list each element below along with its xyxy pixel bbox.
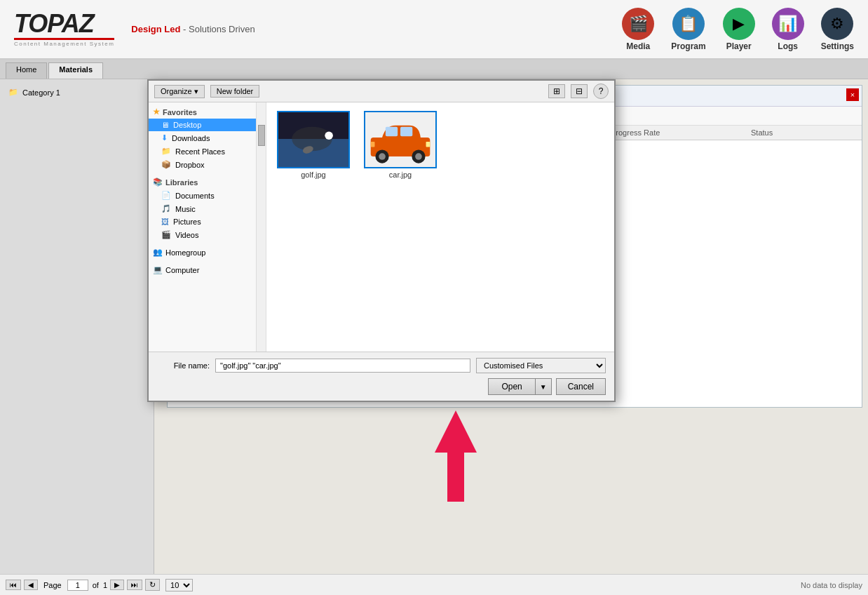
new-folder-button[interactable]: New folder (210, 85, 260, 98)
last-page-button[interactable]: ⏭ (127, 580, 142, 590)
svg-rect-15 (371, 142, 375, 147)
file-item-golf[interactable]: golf.jpg (275, 111, 352, 179)
logo: TOPAZ Content Management System (14, 11, 114, 47)
page-tabs: Home Materials (0, 60, 868, 79)
svg-marker-16 (435, 410, 477, 502)
svg-point-13 (415, 153, 422, 160)
svg-rect-8 (386, 127, 398, 136)
computer-icon: 💻 (153, 265, 163, 274)
logo-tagline: Design Led - Solutions Driven (131, 24, 255, 34)
svg-rect-9 (400, 127, 412, 136)
sidebar-item-recent[interactable]: 📁 Recent Places (149, 145, 266, 158)
car-thumbnail (364, 111, 437, 168)
next-page-button[interactable]: ▶ (110, 580, 124, 590)
page-number-input[interactable] (67, 580, 88, 591)
sidebar-item-documents[interactable]: 📄 Documents (149, 189, 266, 202)
homegroup-header[interactable]: 👥 Homegroup (149, 246, 266, 259)
libraries-section: 📚 Libraries 📄 Documents 🎵 Music 🖼 (149, 175, 266, 241)
pictures-icon: 🖼 (161, 218, 169, 226)
page-of-label: of (93, 581, 99, 589)
car-filename: car.jpg (389, 171, 412, 179)
page-total: 1 (103, 581, 107, 589)
per-page-select[interactable]: 10 25 50 (165, 579, 193, 591)
computer-section: 💻 Computer (149, 263, 266, 276)
svg-point-5 (325, 131, 333, 140)
nav-media[interactable]: 🎬 Media (622, 8, 654, 51)
dialog-content: ★ Favorites 🖥 Desktop ⬇ Downloads 📁 (149, 102, 614, 352)
file-dialog: Organize ▾ New folder ⊞ ⊟ ? ★ (147, 79, 616, 402)
program-icon: 📋 (672, 8, 705, 40)
favorites-section: ★ Favorites 🖥 Desktop ⬇ Downloads 📁 (149, 105, 266, 171)
organize-button[interactable]: Organize ▾ (154, 85, 205, 98)
file-item-car[interactable]: car.jpg (362, 111, 439, 179)
cancel-button[interactable]: Cancel (556, 378, 606, 395)
favorites-header: ★ Favorites (149, 105, 266, 119)
dialog-footer: File name: Customised Files All Files Op… (149, 352, 614, 401)
sidebar-item-dropbox[interactable]: 📦 Dropbox (149, 158, 266, 171)
folder-icon-1: 📁 (8, 88, 18, 97)
open-button-group: Open ▼ (488, 378, 551, 395)
file-area: golf.jpg (266, 102, 614, 352)
view-button[interactable]: ⊞ (548, 84, 565, 98)
recent-icon: 📁 (161, 147, 171, 156)
no-data-label: No data to display (801, 581, 862, 589)
sidebar-item-left-1[interactable]: 📁 Category 1 (0, 85, 154, 100)
star-icon: ★ (153, 107, 160, 116)
col-status: Status (751, 128, 856, 137)
golf-thumbnail (277, 111, 350, 168)
logs-icon: 📊 (772, 8, 804, 40)
sidebar-item-pictures[interactable]: 🖼 Pictures (149, 215, 266, 228)
tab-home[interactable]: Home (6, 62, 47, 79)
media-icon: 🎬 (622, 8, 654, 40)
settings-icon: ⚙ (821, 8, 853, 40)
sidebar-scrollbar[interactable] (256, 102, 266, 352)
filename-label: File name: (157, 361, 210, 370)
help-dialog-button[interactable]: ? (593, 83, 609, 99)
left-sidebar: 📁 Category 1 (0, 79, 154, 574)
libraries-header: 📚 Libraries (149, 175, 266, 189)
player-icon: ▶ (723, 8, 755, 40)
dialog-toolbar: Organize ▾ New folder ⊞ ⊟ ? (149, 81, 614, 102)
logo-subtitle: Content Management System (14, 41, 114, 47)
nav-program[interactable]: 📋 Program (671, 8, 705, 51)
nav-settings[interactable]: ⚙ Settings (821, 8, 854, 51)
documents-icon: 📄 (161, 191, 171, 200)
sidebar-item-downloads[interactable]: ⬇ Downloads (149, 131, 266, 145)
downloads-icon: ⬇ (161, 133, 168, 142)
desktop-icon: 🖥 (161, 121, 169, 129)
sidebar-item-videos[interactable]: 🎬 Videos (149, 228, 266, 241)
golf-filename: golf.jpg (301, 171, 325, 179)
dialog-sidebar: ★ Favorites 🖥 Desktop ⬇ Downloads 📁 (149, 102, 266, 352)
nav-logs[interactable]: 📊 Logs (772, 8, 804, 51)
sidebar-item-music[interactable]: 🎵 Music (149, 202, 266, 215)
filetype-select[interactable]: Customised Files All Files (476, 358, 606, 373)
view-toggle-button[interactable]: ⊟ (571, 84, 588, 98)
refresh-button[interactable]: ↻ (145, 579, 160, 591)
prev-page-button[interactable]: ◀ (24, 580, 38, 590)
player-label: Player (726, 41, 752, 51)
close-panel-button[interactable]: × (846, 88, 859, 101)
dialog-buttons-row: Open ▼ Cancel (157, 378, 606, 395)
svg-rect-14 (426, 142, 430, 147)
settings-label: Settings (821, 41, 854, 51)
tab-materials[interactable]: Materials (48, 62, 103, 79)
first-page-button[interactable]: ⏮ (6, 580, 21, 590)
filename-input[interactable] (215, 359, 470, 373)
sidebar-item-desktop[interactable]: 🖥 Desktop (149, 119, 266, 131)
main-content: 📁 Category 1 🔍 🔍 Search Search ⬆ Upload (0, 79, 868, 574)
program-label: Program (671, 41, 705, 51)
col-progress-rate: Progress Rate (611, 128, 751, 137)
arrow-annotation (421, 410, 491, 518)
nav-player[interactable]: ▶ Player (723, 8, 755, 51)
logo-text: TOPAZ (14, 11, 94, 36)
music-icon: 🎵 (161, 204, 171, 213)
computer-header[interactable]: 💻 Computer (149, 263, 266, 276)
nav-icons: 🎬 Media 📋 Program ▶ Player 📊 Logs ⚙ Sett… (622, 8, 854, 51)
open-button[interactable]: Open (489, 379, 535, 394)
open-dropdown-button[interactable]: ▼ (536, 379, 551, 394)
media-label: Media (626, 41, 650, 51)
svg-point-11 (379, 153, 386, 160)
header: TOPAZ Content Management System Design L… (0, 0, 868, 60)
videos-icon: 🎬 (161, 230, 171, 239)
logs-label: Logs (778, 41, 798, 51)
